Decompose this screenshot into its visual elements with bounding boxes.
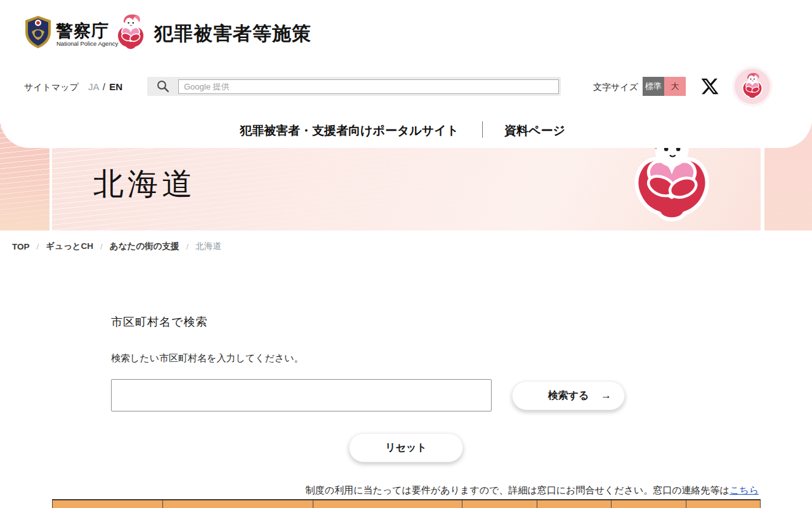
- page-title: 北海道: [93, 164, 196, 204]
- mascot-avatar-icon: [739, 72, 766, 101]
- breadcrumb-current: 北海道: [195, 241, 221, 252]
- breadcrumb-separator: /: [186, 242, 188, 251]
- sitemap-link[interactable]: サイトマップ: [24, 82, 79, 93]
- font-size-standard-button[interactable]: 標準: [643, 77, 664, 96]
- agency-name-en: National Police Agency: [56, 40, 118, 47]
- breadcrumb-gyutto-ch[interactable]: ギュっとCH: [46, 241, 93, 252]
- table-header-cell: [52, 500, 162, 508]
- font-size-label: 文字サイズ: [593, 82, 638, 93]
- breadcrumb: TOP / ギュっとCH / あなたの街の支援 / 北海道: [12, 241, 221, 252]
- table-header-cell: [537, 500, 611, 508]
- results-table-header: [52, 499, 761, 508]
- x-social-icon[interactable]: [700, 77, 719, 96]
- font-size-large-button[interactable]: 大: [664, 77, 686, 96]
- table-header-cell: [313, 500, 462, 508]
- mascot-avatar-button[interactable]: [735, 69, 770, 104]
- notice-body: 制度の利用に当たっては要件がありますので、詳細は窓口にお問合せください。窓口の連…: [306, 485, 730, 495]
- contact-details-link[interactable]: こちら: [730, 485, 759, 495]
- section-instruction: 検索したい市区町村名を入力してください。: [111, 352, 304, 364]
- section-heading: 市区町村名で検索: [111, 314, 207, 330]
- search-button-label: 検索する: [548, 389, 589, 403]
- search-icon[interactable]: [156, 79, 170, 93]
- notice-text: 制度の利用に当たっては要件がありますので、詳細は窓口にお問合せください。窓口の連…: [306, 485, 759, 497]
- nav-portal-link[interactable]: 犯罪被害者・支援者向けポータルサイト: [240, 123, 459, 139]
- nav-documents-link[interactable]: 資料ページ: [504, 123, 565, 139]
- nav-divider: [482, 121, 483, 138]
- police-badge-icon: [23, 15, 53, 50]
- agency-name: 警察庁: [56, 20, 109, 43]
- table-header-cell: [462, 500, 537, 508]
- header: 警察庁 National Police Agency 犯罪被害者等施策 サイトマ…: [0, 0, 812, 148]
- mascot-logo-icon: [112, 13, 149, 53]
- breadcrumb-separator: /: [37, 242, 39, 251]
- page: 北海道 警察庁 National Police Agency 犯罪被害者等施策 …: [0, 0, 812, 508]
- breadcrumb-top[interactable]: TOP: [12, 242, 30, 251]
- municipality-search-input[interactable]: [111, 379, 492, 411]
- site-title: 犯罪被害者等施策: [154, 21, 311, 47]
- table-header-cell: [686, 500, 761, 508]
- table-header-cell: [611, 500, 686, 508]
- breadcrumb-separator: /: [100, 242, 103, 251]
- site-search-input[interactable]: [178, 79, 559, 94]
- arrow-right-icon: →: [601, 389, 612, 402]
- table-header-cell: [162, 500, 313, 508]
- lang-ja-link[interactable]: JA: [88, 81, 99, 92]
- breadcrumb-city-support[interactable]: あなたの街の支援: [110, 241, 180, 252]
- search-button[interactable]: 検索する →: [512, 381, 625, 410]
- reset-button[interactable]: リセット: [349, 433, 463, 462]
- language-switcher: JA / EN: [88, 81, 122, 92]
- reset-button-label: リセット: [385, 441, 427, 455]
- lang-separator: /: [103, 81, 105, 92]
- main-nav: 犯罪被害者・支援者向けポータルサイト 資料ページ: [0, 121, 812, 139]
- site-search-bar: [147, 77, 561, 96]
- lang-en-link[interactable]: EN: [109, 81, 122, 92]
